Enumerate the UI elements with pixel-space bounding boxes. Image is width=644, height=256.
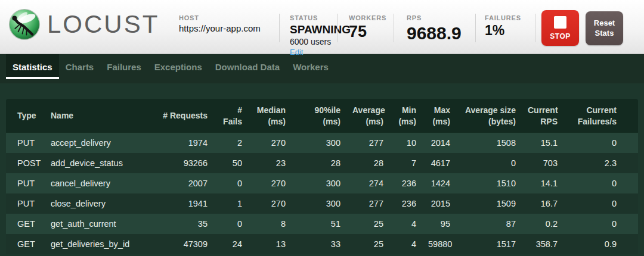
rps-value: 9688.9 — [407, 23, 462, 43]
status-block: STATUS SPAWNING 6000 users Edit — [290, 14, 351, 57]
failures-label: FAILURES — [485, 14, 521, 21]
table-cell: 25 — [352, 234, 395, 254]
table-cell: 0 — [462, 153, 528, 173]
table-cell: 270 — [254, 133, 298, 153]
table-cell: 87 — [462, 214, 528, 234]
column-header-type[interactable]: Type — [6, 99, 51, 133]
failures-value: 1% — [485, 23, 521, 38]
status-users: 6000 users — [290, 37, 351, 46]
host-block: HOST https://your-app.com — [179, 14, 261, 33]
table-cell: cancel_delivery — [51, 173, 158, 193]
column-header-current-rps[interactable]: Current RPS — [528, 99, 569, 133]
table-cell: PUT — [6, 193, 51, 214]
statistics-table: Type Name # Requests # Fails Median (ms)… — [6, 99, 638, 254]
table-cell: 0.9 — [569, 234, 638, 254]
table-cell: 14.1 — [528, 173, 569, 193]
tab-workers[interactable]: Workers — [286, 54, 335, 79]
table-cell: 1 — [219, 193, 254, 214]
column-header-current-failures[interactable]: Current Failures/s — [569, 99, 638, 133]
table-cell: 4 — [395, 214, 428, 234]
table-cell: 33 — [298, 234, 352, 254]
column-header-median[interactable]: Median (ms) — [254, 99, 298, 133]
table-row: GETget_auth_current35085125495870.20 — [6, 214, 638, 234]
tab-exceptions[interactable]: Exceptions — [148, 54, 209, 79]
table-row: POSTadd_device_status9326650232828746170… — [6, 153, 638, 173]
workers-block: WORKERS 75 — [349, 14, 386, 41]
tab-statistics[interactable]: Statistics — [6, 54, 59, 79]
table-cell: 270 — [254, 193, 298, 214]
table-cell: 4 — [395, 234, 428, 254]
table-cell: POST — [6, 153, 51, 173]
table-cell: 2014 — [428, 133, 462, 153]
column-header-avg-size[interactable]: Average size (bytes) — [462, 99, 528, 133]
table-cell: 50 — [219, 153, 254, 173]
column-header-requests[interactable]: # Requests — [158, 99, 219, 133]
table-cell: GET — [6, 234, 51, 254]
table-row: PUTcancel_delivery2007027030027423614241… — [6, 173, 638, 193]
table-cell: 1517 — [462, 234, 528, 254]
statistics-panel: Type Name # Requests # Fails Median (ms)… — [0, 83, 644, 256]
table-cell: 7 — [395, 153, 428, 173]
table-cell: add_device_status — [51, 153, 158, 173]
top-header: LOCUST HOST https://your-app.com STATUS … — [0, 0, 644, 54]
table-cell: 703 — [528, 153, 569, 173]
table-cell: 0 — [219, 214, 254, 234]
reset-stats-button[interactable]: Reset Stats — [586, 11, 623, 45]
table-cell: 1508 — [462, 133, 528, 153]
table-cell: 2007 — [158, 173, 219, 193]
table-cell: 4617 — [428, 153, 462, 173]
failures-block: FAILURES 1% — [485, 14, 521, 38]
tab-download-data[interactable]: Download Data — [209, 54, 286, 79]
table-cell: 277 — [352, 133, 395, 153]
tab-failures[interactable]: Failures — [100, 54, 148, 79]
table-cell: 15.1 — [528, 133, 569, 153]
workers-label: WORKERS — [349, 14, 386, 21]
table-cell: 236 — [395, 193, 428, 214]
divider — [337, 14, 338, 42]
table-cell: GET — [6, 214, 51, 234]
table-cell: 300 — [298, 133, 352, 153]
table-cell: 28 — [352, 153, 395, 173]
table-cell: 13 — [254, 234, 298, 254]
tab-charts[interactable]: Charts — [59, 54, 101, 79]
table-cell: 300 — [298, 173, 352, 193]
table-cell: 8 — [254, 214, 298, 234]
table-cell: 47309 — [158, 234, 219, 254]
rps-block: RPS 9688.9 — [407, 14, 462, 43]
table-row: GETget_deliveries_by_id47309241333254598… — [6, 234, 638, 254]
table-cell: 0 — [219, 173, 254, 193]
host-label: HOST — [179, 14, 261, 21]
divider — [279, 14, 280, 42]
column-header-max[interactable]: Max (ms) — [428, 99, 462, 133]
table-cell: 2015 — [428, 193, 462, 214]
table-cell: 236 — [395, 173, 428, 193]
table-cell: 1974 — [158, 133, 219, 153]
locust-logo-icon — [8, 8, 41, 41]
locust-logo: LOCUST — [8, 8, 159, 41]
stop-icon — [554, 16, 566, 29]
table-cell: 28 — [298, 153, 352, 173]
column-header-fails[interactable]: # Fails — [219, 99, 254, 133]
table-cell: 95 — [428, 214, 462, 234]
column-header-name[interactable]: Name — [51, 99, 158, 133]
column-header-90pct[interactable]: 90%ile (ms) — [298, 99, 352, 133]
table-cell: 2 — [219, 133, 254, 153]
table-cell: 1509 — [462, 193, 528, 214]
column-header-min[interactable]: Min (ms) — [395, 99, 428, 133]
table-row: PUTaccept_delivery1974227030027710201415… — [6, 133, 638, 153]
table-cell: close_delivery — [51, 193, 158, 214]
column-header-average[interactable]: Average (ms) — [352, 99, 395, 133]
stats-table-body: PUTaccept_delivery1974227030027710201415… — [6, 133, 638, 254]
table-cell: get_auth_current — [51, 214, 158, 234]
host-value: https://your-app.com — [179, 23, 261, 33]
table-cell: 270 — [254, 173, 298, 193]
table-cell: 93266 — [158, 153, 219, 173]
table-header: Type Name # Requests # Fails Median (ms)… — [6, 99, 638, 133]
table-cell: 0 — [569, 214, 638, 234]
table-cell: 24 — [219, 234, 254, 254]
table-cell: 0.2 — [528, 214, 569, 234]
stop-button[interactable]: STOP — [541, 10, 579, 46]
table-cell: 358.7 — [528, 234, 569, 254]
table-cell: 1424 — [428, 173, 462, 193]
table-cell: 1510 — [462, 173, 528, 193]
